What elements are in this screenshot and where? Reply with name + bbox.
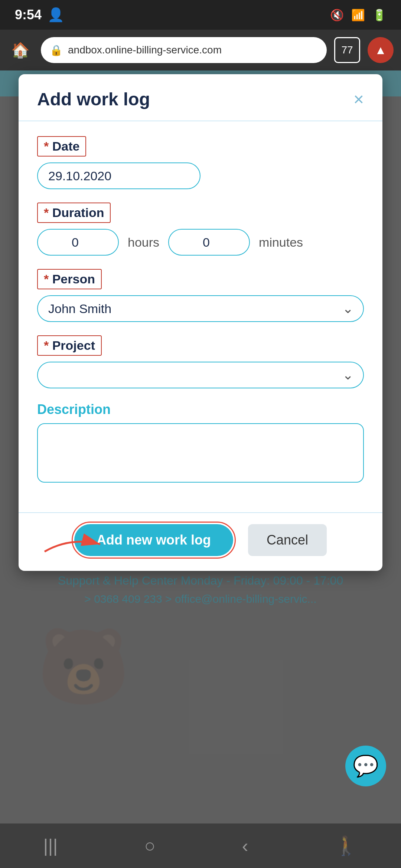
- upload-icon: ▲: [375, 43, 387, 57]
- browser-url-text: andbox.online-billing-service.com: [68, 44, 222, 56]
- mute-icon: 🔇: [330, 9, 344, 22]
- modal-footer: Add new work log Cancel: [19, 512, 382, 571]
- browser-url-bar[interactable]: 🔒 andbox.online-billing-service.com: [41, 37, 327, 63]
- person-label: * Person: [37, 269, 102, 289]
- project-field-group: * Project ⌄: [37, 335, 364, 388]
- description-textarea[interactable]: [37, 423, 364, 483]
- status-time: 9:54: [15, 7, 42, 23]
- status-person-icon: 👤: [48, 7, 64, 23]
- project-select-wrapper: ⌄: [37, 362, 364, 388]
- lock-icon: 🔒: [50, 44, 63, 56]
- project-label: * Project: [37, 335, 102, 356]
- browser-tabs-button[interactable]: 77: [334, 37, 360, 63]
- person-select-wrapper: John Smith Jane Doe ⌄: [37, 295, 364, 322]
- browser-upload-button[interactable]: ▲: [368, 37, 394, 63]
- browser-home-button[interactable]: 🏠: [7, 37, 33, 63]
- duration-field-group: * Duration hours minutes: [37, 203, 364, 256]
- add-work-log-modal: Add work log × * Date * Duration: [19, 74, 382, 571]
- date-field-group: * Date: [37, 136, 364, 189]
- duration-row: hours minutes: [37, 229, 364, 256]
- minutes-label: minutes: [259, 235, 303, 250]
- duration-label: * Duration: [37, 203, 111, 223]
- tab-count: 77: [341, 44, 353, 56]
- modal-header: Add work log ×: [19, 74, 382, 121]
- cancel-button[interactable]: Cancel: [248, 524, 327, 556]
- arrow-annotation: [41, 529, 108, 559]
- person-field-group: * Person John Smith Jane Doe ⌄: [37, 269, 364, 322]
- signal-icon: 📶: [351, 9, 365, 22]
- modal-backdrop: Add work log × * Date * Duration: [0, 70, 401, 868]
- project-select[interactable]: [37, 362, 364, 388]
- battery-icon: 🔋: [372, 9, 386, 22]
- date-input[interactable]: [37, 162, 200, 189]
- modal-body: * Date * Duration hours minutes: [19, 121, 382, 512]
- description-label: Description: [37, 402, 364, 417]
- chat-fab-button[interactable]: 💬: [345, 746, 386, 786]
- chat-icon: 💬: [353, 754, 379, 778]
- description-field-group: Description: [37, 402, 364, 484]
- modal-title: Add work log: [37, 89, 150, 109]
- date-label: * Date: [37, 136, 86, 157]
- status-bar: 9:54 👤 🔇 📶 🔋: [0, 0, 401, 30]
- minutes-input[interactable]: [168, 229, 250, 256]
- hours-label: hours: [128, 235, 159, 250]
- hours-input[interactable]: [37, 229, 119, 256]
- person-select[interactable]: John Smith Jane Doe: [37, 295, 364, 322]
- modal-close-button[interactable]: ×: [353, 91, 364, 108]
- browser-bar: 🏠 🔒 andbox.online-billing-service.com 77…: [0, 30, 401, 70]
